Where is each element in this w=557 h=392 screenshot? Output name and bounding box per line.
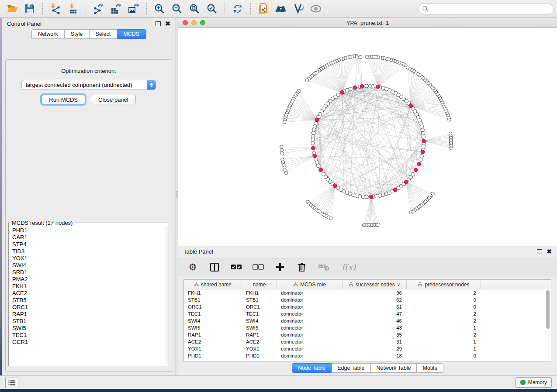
toolbar-search[interactable] — [419, 3, 554, 14]
network-node[interactable] — [283, 120, 286, 124]
criterion-dropdown[interactable]: largest connected component (undirected) — [21, 80, 156, 90]
mcds-item[interactable]: FKH1 — [9, 283, 165, 290]
close-panel-button[interactable]: Close panel — [91, 95, 136, 104]
first-neighbors-button[interactable] — [273, 2, 288, 16]
network-node[interactable] — [280, 145, 284, 148]
show-hide-button[interactable] — [308, 2, 323, 16]
column-header-successor-nodes[interactable]: successor nodes∨ — [343, 280, 407, 289]
table-row[interactable]: STB1STB1dominator620 — [184, 296, 551, 303]
network-node[interactable] — [280, 148, 284, 152]
zoom-out-button[interactable] — [170, 2, 184, 16]
network-node[interactable] — [431, 192, 435, 196]
delete-table-button[interactable] — [318, 261, 329, 273]
deselect-all-button[interactable] — [253, 261, 264, 273]
function-builder-button[interactable]: f(x) — [340, 261, 357, 273]
mcds-item[interactable]: TEC1 — [9, 332, 165, 339]
network-node[interactable] — [449, 132, 452, 135]
column-header-name[interactable]: name — [242, 280, 277, 289]
network-node[interactable] — [420, 155, 423, 158]
import-table-button[interactable] — [66, 2, 80, 16]
mcds-item[interactable]: SWI5 — [9, 325, 165, 332]
network-node[interactable] — [365, 195, 368, 199]
network-node[interactable] — [285, 171, 288, 175]
tab-motifs[interactable]: Motifs — [417, 363, 443, 373]
network-node[interactable] — [365, 84, 368, 88]
mcds-hub-node[interactable] — [369, 195, 373, 199]
network-node[interactable] — [375, 194, 378, 198]
new-network-button[interactable] — [256, 2, 271, 16]
table-row[interactable]: ACE2ACE2connector311 — [184, 338, 551, 345]
column-header-predecessor-nodes[interactable]: predecessor nodes — [407, 280, 481, 289]
table-row[interactable]: FKH1FKH1dominator962 — [184, 289, 551, 296]
open-file-button[interactable] — [5, 2, 20, 16]
mcds-hub-node[interactable] — [417, 162, 421, 166]
select-all-button[interactable] — [231, 261, 242, 273]
network-node[interactable] — [305, 79, 309, 82]
tab-select[interactable]: Select — [90, 29, 118, 39]
mcds-item[interactable]: CAR1 — [9, 234, 165, 241]
mcds-hub-node[interactable] — [353, 86, 357, 89]
network-node[interactable] — [311, 134, 315, 138]
task-history-button[interactable] — [5, 378, 18, 388]
close-panel-icon[interactable]: ✖ — [165, 21, 170, 26]
tab-network-table[interactable]: Network Table — [371, 363, 417, 373]
zoom-selected-button[interactable] — [204, 2, 219, 16]
mcds-hub-node[interactable] — [315, 118, 319, 122]
settings-button[interactable]: ⚙ — [187, 261, 198, 273]
mcds-hub-node[interactable] — [311, 146, 315, 150]
import-network-button[interactable] — [48, 2, 63, 16]
columns-button[interactable] — [209, 261, 220, 273]
mcds-item[interactable]: STP4 — [9, 241, 165, 248]
export-image-button[interactable] — [126, 2, 141, 16]
table-row[interactable]: SWI4SWI4dominator462 — [184, 317, 551, 324]
mcds-hub-node[interactable] — [313, 154, 317, 158]
save-session-button[interactable] — [22, 2, 37, 16]
mcds-item[interactable]: PMA2 — [9, 276, 165, 283]
mcds-hub-node[interactable] — [404, 180, 408, 184]
minimize-window-icon[interactable] — [191, 20, 197, 25]
maximize-window-icon[interactable] — [200, 20, 205, 25]
network-node[interactable] — [352, 193, 355, 196]
mcds-hub-node[interactable] — [393, 188, 397, 192]
network-node[interactable] — [361, 195, 365, 198]
refresh-button[interactable] — [230, 2, 245, 16]
network-node[interactable] — [312, 128, 316, 131]
vizmapper-button[interactable] — [291, 2, 306, 16]
mcds-item[interactable]: RAP1 — [9, 311, 165, 318]
network-node[interactable] — [421, 131, 425, 135]
export-table-button[interactable] — [109, 2, 124, 16]
network-node[interactable] — [356, 56, 359, 59]
network-node[interactable] — [317, 164, 320, 167]
network-node[interactable] — [368, 84, 372, 88]
mcds-item[interactable]: STB1 — [9, 318, 165, 325]
mcds-hub-node[interactable] — [340, 90, 344, 94]
network-canvas[interactable] — [178, 28, 557, 246]
mcds-hub-node[interactable] — [360, 84, 364, 88]
network-node[interactable] — [358, 194, 362, 198]
run-mcds-button[interactable]: Run MCDS — [42, 95, 85, 104]
table-row[interactable]: TEC1TEC1connector472 — [184, 310, 551, 317]
tab-network[interactable]: Network — [31, 29, 65, 39]
tab-edge-table[interactable]: Edge Table — [332, 363, 370, 373]
network-node[interactable] — [311, 141, 315, 145]
mcds-item[interactable]: STB5 — [9, 297, 165, 304]
table-row[interactable]: ORC1ORC1dominator610 — [184, 303, 551, 310]
mcds-item[interactable]: SWI4 — [9, 262, 165, 269]
network-node[interactable] — [313, 125, 317, 128]
mcds-hub-node[interactable] — [333, 184, 337, 188]
network-node[interactable] — [311, 131, 315, 135]
network-node[interactable] — [365, 55, 369, 58]
close-panel-icon[interactable]: ✖ — [547, 249, 552, 254]
table-row[interactable]: PHD1PHD1dominator180 — [184, 352, 551, 359]
network-node[interactable] — [411, 172, 415, 176]
export-network-button[interactable] — [91, 2, 106, 16]
table-scrollbar[interactable] — [545, 289, 551, 361]
network-node[interactable] — [355, 194, 358, 197]
network-node[interactable] — [381, 86, 385, 90]
zoom-fit-button[interactable] — [187, 2, 202, 16]
mcds-item[interactable]: ORC1 — [9, 304, 165, 311]
mcds-item[interactable]: ACE2 — [9, 290, 165, 297]
network-node[interactable] — [311, 138, 315, 141]
float-window-icon[interactable] — [156, 21, 161, 26]
mcds-item[interactable]: PHD1 — [9, 227, 165, 234]
